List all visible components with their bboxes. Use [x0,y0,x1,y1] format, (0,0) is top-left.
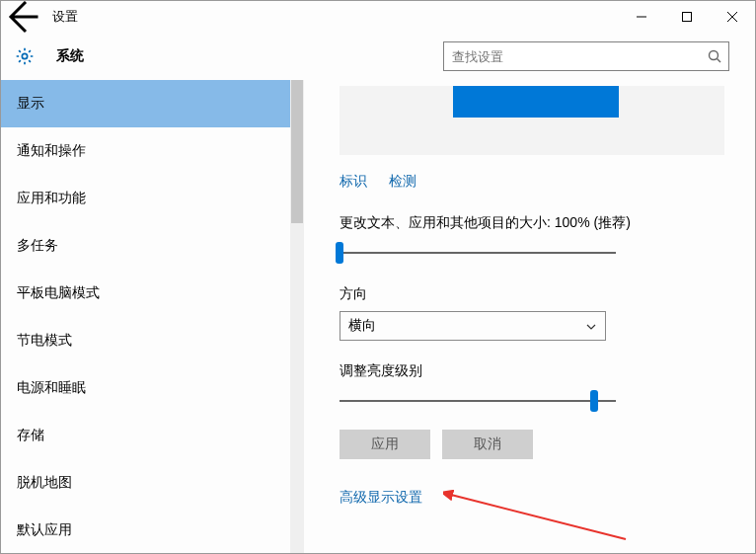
svg-point-1 [22,53,27,58]
slider-thumb[interactable] [336,242,343,264]
slider-thumb[interactable] [590,390,598,412]
section-title: 系统 [56,47,84,65]
svg-rect-0 [683,13,692,22]
back-button[interactable] [1,1,40,33]
sidebar-item-label: 默认应用 [17,521,72,539]
search-icon [707,48,722,64]
sidebar-item-label: 应用和功能 [17,190,86,207]
gear-icon [15,46,35,66]
header: 系统 [1,33,755,80]
identify-link[interactable]: 标识 [340,173,367,189]
sidebar-item-display[interactable]: 显示 [1,80,304,127]
sidebar: 显示 通知和操作 应用和功能 多任务 平板电脑模式 节电模式 电源和睡眠 存储 … [1,80,304,553]
display-links: 标识 检测 [340,173,719,191]
orientation-label: 方向 [340,285,719,303]
sidebar-item-label: 多任务 [17,237,58,255]
sidebar-item-storage[interactable]: 存储 [1,412,304,459]
sidebar-item-label: 平板电脑模式 [17,284,100,302]
search-input[interactable] [452,49,707,64]
apply-button[interactable]: 应用 [340,430,430,459]
svg-point-2 [710,51,718,60]
slider-track [340,400,616,402]
titlebar: 设置 [1,1,755,33]
orientation-value: 横向 [348,317,376,335]
orientation-select[interactable]: 横向 [340,311,606,341]
sidebar-item-power[interactable]: 电源和睡眠 [1,364,304,412]
scrollbar-thumb[interactable] [291,80,303,223]
sidebar-item-label: 节电模式 [17,332,72,350]
window-title: 设置 [52,8,78,26]
sidebar-item-label: 电源和睡眠 [17,379,86,397]
sidebar-item-multitask[interactable]: 多任务 [1,222,304,270]
display-preview [340,86,724,155]
scale-slider[interactable] [340,242,616,264]
display-preview-monitor[interactable] [453,86,619,118]
sidebar-item-notifications[interactable]: 通知和操作 [1,127,304,175]
sidebar-item-default-apps[interactable]: 默认应用 [1,507,304,553]
sidebar-item-maps[interactable]: 脱机地图 [1,459,304,507]
sidebar-scrollbar[interactable] [290,80,304,553]
brightness-slider[interactable] [340,390,616,412]
brightness-label: 调整亮度级别 [340,362,719,380]
search-box[interactable] [443,41,729,71]
cancel-button[interactable]: 取消 [442,430,533,459]
maximize-button[interactable] [664,1,710,33]
slider-track [340,252,616,254]
chevron-down-icon [585,320,597,332]
scale-label: 更改文本、应用和其他项目的大小: 100% (推荐) [340,214,719,232]
sidebar-item-label: 显示 [17,95,44,113]
content-pane: 标识 检测 更改文本、应用和其他项目的大小: 100% (推荐) 方向 横向 调… [304,80,755,553]
minimize-button[interactable] [619,1,664,33]
detect-link[interactable]: 检测 [389,173,416,189]
sidebar-item-label: 通知和操作 [17,142,86,160]
sidebar-item-apps[interactable]: 应用和功能 [1,175,304,222]
close-button[interactable] [710,1,755,33]
sidebar-item-tablet[interactable]: 平板电脑模式 [1,270,304,317]
sidebar-item-label: 存储 [17,427,44,444]
advanced-display-link[interactable]: 高级显示设置 [340,489,422,507]
sidebar-item-label: 脱机地图 [17,474,72,492]
sidebar-item-battery[interactable]: 节电模式 [1,317,304,364]
